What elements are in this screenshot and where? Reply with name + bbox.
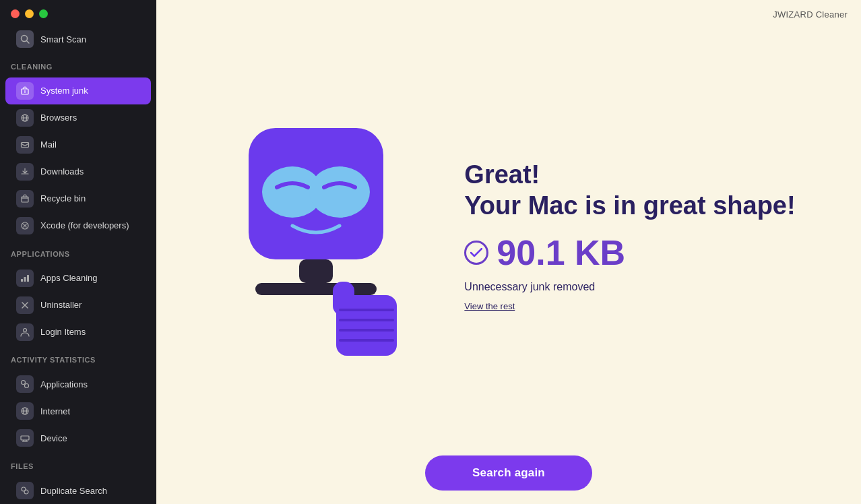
maximize-button[interactable]: [39, 9, 48, 18]
sidebar-item-recycle-bin[interactable]: Recycle bin: [5, 185, 151, 212]
xcode-icon: [16, 217, 34, 234]
svg-rect-7: [22, 142, 29, 147]
top-bar: JWIZARD Cleaner: [156, 0, 861, 29]
result-subtitle: Unnecessary junk removed: [464, 281, 795, 293]
browsers-icon: [16, 109, 34, 127]
sidebar-item-label: Xcode (for developers): [40, 220, 129, 230]
sidebar-item-duplicate-search[interactable]: Duplicate Search: [5, 477, 151, 504]
view-rest-link[interactable]: View the rest: [464, 301, 515, 311]
section-label-activity-statistics: Activity statistics: [0, 352, 156, 367]
stat-applications-icon: [16, 375, 34, 393]
sidebar-item-stat-device[interactable]: Device: [5, 424, 151, 451]
svg-rect-11: [21, 279, 23, 282]
result-size-value: 90.1 KB: [497, 235, 625, 270]
svg-rect-31: [299, 259, 333, 283]
sidebar-item-label: Login Items: [40, 327, 86, 337]
main-content: JWIZARD Cleaner: [156, 0, 861, 504]
robot-illustration: [222, 108, 410, 364]
svg-rect-22: [21, 436, 29, 440]
check-circle-icon: [464, 241, 488, 265]
uninstaller-icon: [16, 296, 34, 314]
login-items-icon: [16, 323, 34, 341]
svg-rect-13: [27, 275, 29, 282]
sidebar-item-stat-applications[interactable]: Applications: [5, 371, 151, 398]
sidebar-item-label: Mail: [40, 139, 57, 150]
recycle-bin-icon: [16, 190, 34, 208]
close-button[interactable]: [11, 9, 20, 18]
sidebar-item-label: Apps Cleaning: [40, 273, 98, 283]
app-title: JWIZARD Cleaner: [773, 9, 848, 20]
sidebar-item-mail[interactable]: Mail: [5, 131, 151, 158]
smart-scan-icon: [16, 30, 34, 48]
bottom-bar: Search again: [156, 442, 861, 504]
sidebar: Smart Scan Cleaning System junk Browsers: [0, 0, 156, 504]
sidebar-item-smart-scan[interactable]: Smart Scan: [5, 25, 151, 53]
result-size-row: 90.1 KB: [464, 235, 795, 270]
section-label-cleaning: Cleaning: [0, 59, 156, 73]
svg-line-1: [27, 41, 30, 44]
sidebar-item-xcode[interactable]: Xcode (for developers): [5, 212, 151, 239]
sidebar-item-uninstaller[interactable]: Uninstaller: [5, 292, 151, 319]
svg-point-27: [24, 490, 28, 494]
sidebar-item-label: System junk: [40, 86, 88, 96]
svg-rect-12: [24, 277, 26, 282]
sidebar-item-label: Applications: [40, 379, 88, 389]
result-text: Great! Your Mac is in great shape! 90.1 …: [464, 160, 795, 311]
sidebar-item-stat-internet[interactable]: Internet: [5, 398, 151, 424]
svg-point-30: [309, 166, 370, 218]
stat-internet-icon: [16, 402, 34, 420]
sidebar-item-label: Duplicate Search: [40, 486, 107, 496]
system-junk-icon: [16, 82, 34, 100]
search-again-button[interactable]: Search again: [425, 455, 592, 491]
sidebar-item-downloads[interactable]: Downloads: [5, 158, 151, 185]
sidebar-item-system-junk[interactable]: System junk: [5, 77, 151, 104]
downloads-icon: [16, 163, 34, 181]
svg-rect-32: [255, 283, 377, 295]
svg-point-17: [22, 381, 26, 385]
sidebar-item-apps-cleaning[interactable]: Apps Cleaning: [5, 265, 151, 292]
sidebar-item-label: Device: [40, 433, 67, 443]
sidebar-item-browsers[interactable]: Browsers: [5, 104, 151, 131]
result-heading: Great! Your Mac is in great shape!: [464, 160, 795, 221]
result-wrapper: Great! Your Mac is in great shape! 90.1 …: [205, 108, 812, 364]
section-label-files: Files: [0, 458, 156, 473]
sidebar-item-label: Downloads: [40, 166, 84, 177]
mail-icon: [16, 136, 34, 154]
sidebar-item-label: Internet: [40, 406, 70, 416]
sidebar-item-label: Browsers: [40, 113, 77, 123]
duplicate-search-icon: [16, 482, 34, 499]
sidebar-item-label: Uninstaller: [40, 300, 82, 310]
sidebar-item-label: Smart Scan: [40, 34, 86, 44]
sidebar-item-label: Recycle bin: [40, 193, 86, 203]
svg-point-18: [25, 384, 29, 388]
minimize-button[interactable]: [25, 9, 34, 18]
svg-rect-8: [22, 197, 28, 202]
section-label-applications: Applications: [0, 246, 156, 261]
content-area: Great! Your Mac is in great shape! 90.1 …: [156, 29, 861, 442]
stat-device-icon: [16, 429, 34, 447]
apps-cleaning-icon: [16, 270, 34, 287]
sidebar-item-login-items[interactable]: Login Items: [5, 319, 151, 346]
svg-point-16: [24, 328, 27, 332]
traffic-lights: [0, 0, 156, 25]
